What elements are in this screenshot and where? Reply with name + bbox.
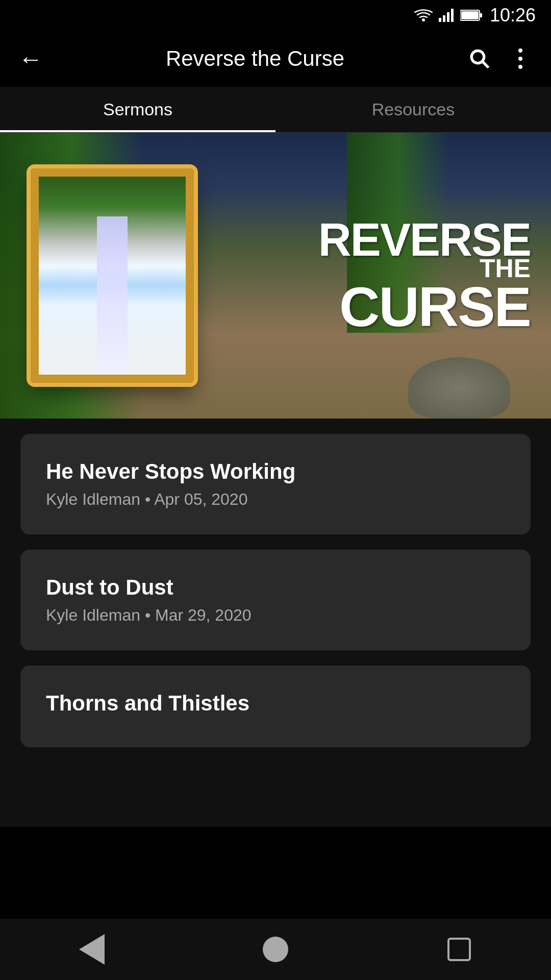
back-button[interactable]: ← [15, 43, 46, 74]
sermon-title-3: Thorns and Thistles [46, 691, 505, 716]
svg-rect-4 [451, 9, 454, 22]
sermon-title-1: He Never Stops Working [46, 459, 505, 484]
sermon-meta-2: Kyle Idleman • Mar 29, 2020 [46, 606, 505, 625]
status-icons: 10:26 [414, 5, 536, 26]
battery-icon [460, 9, 484, 21]
wifi-icon [414, 9, 433, 22]
more-dots-icon [518, 48, 523, 69]
svg-line-9 [483, 62, 488, 67]
nav-home-icon [263, 937, 288, 962]
bottom-nav [0, 919, 551, 980]
signal-icon [439, 9, 454, 22]
tabs-container: Sermons Resources [0, 87, 551, 133]
svg-rect-1 [439, 18, 441, 22]
status-bar: 10:26 [0, 0, 551, 31]
svg-point-12 [518, 65, 522, 69]
nav-back-button[interactable] [71, 929, 112, 970]
svg-rect-2 [443, 15, 445, 22]
waterfall [97, 216, 128, 375]
nav-recents-icon [447, 938, 471, 961]
top-bar-actions [464, 43, 536, 74]
svg-point-0 [422, 18, 425, 21]
status-time: 10:26 [490, 5, 536, 26]
svg-point-8 [471, 51, 484, 63]
hero-image: REVERSE THE CURSE [0, 133, 551, 419]
svg-point-11 [518, 57, 522, 61]
sermon-meta-1: Kyle Idleman • Apr 05, 2020 [46, 490, 505, 509]
top-bar: ← Reverse the Curse [0, 31, 551, 87]
tab-resources[interactable]: Resources [276, 87, 551, 132]
svg-rect-6 [480, 13, 482, 17]
hero-rocks [408, 357, 510, 419]
search-button[interactable] [464, 43, 495, 74]
more-button[interactable] [505, 43, 536, 74]
sermon-card-3[interactable]: Thorns and Thistles [20, 666, 531, 747]
svg-rect-7 [461, 11, 479, 19]
tab-sermons[interactable]: Sermons [0, 87, 276, 132]
hero-frame-inner [39, 177, 186, 375]
search-icon [469, 48, 490, 69]
nav-back-icon [79, 934, 105, 965]
hero-title: REVERSE THE CURSE [276, 219, 531, 332]
back-arrow-icon: ← [18, 45, 43, 73]
svg-point-10 [518, 48, 522, 53]
hero-title-curse: CURSE [276, 281, 531, 332]
sermon-card-1[interactable]: He Never Stops Working Kyle Idleman • Ap… [20, 434, 531, 534]
page-title: Reverse the Curse [56, 46, 454, 71]
nav-home-button[interactable] [255, 929, 296, 970]
sermon-title-2: Dust to Dust [46, 575, 505, 600]
nav-recents-button[interactable] [439, 929, 480, 970]
svg-rect-3 [447, 12, 449, 22]
sermon-list: He Never Stops Working Kyle Idleman • Ap… [0, 419, 551, 827]
hero-frame [31, 168, 194, 383]
sermon-card-2[interactable]: Dust to Dust Kyle Idleman • Mar 29, 2020 [20, 550, 531, 650]
